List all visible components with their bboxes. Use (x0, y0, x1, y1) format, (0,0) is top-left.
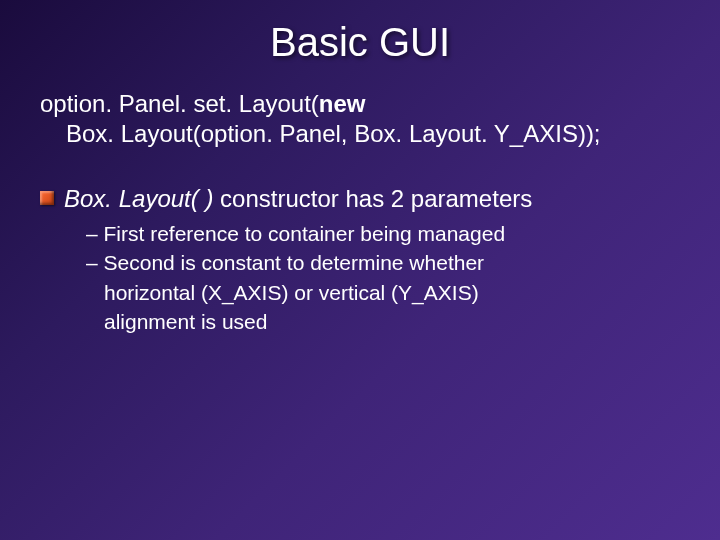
bullet-rest: constructor has 2 parameters (213, 185, 532, 212)
sub-item-2a: – Second is constant to determine whethe… (86, 249, 680, 276)
sub-item-2c: alignment is used (86, 308, 680, 335)
bullet-text: Box. Layout( ) constructor has 2 paramet… (64, 183, 532, 214)
code-text: option. Panel. set. Layout( (40, 90, 319, 117)
bullet-italic: Box. Layout( ) (64, 185, 213, 212)
sub-item-1: – First reference to container being man… (86, 220, 680, 247)
sub-list: – First reference to container being man… (0, 220, 720, 335)
sub-item-2b: horizontal (X_AXIS) or vertical (Y_AXIS) (86, 279, 680, 306)
square-bullet-icon (40, 191, 54, 205)
slide: Basic GUI option. Panel. set. Layout(new… (0, 0, 720, 540)
code-example: option. Panel. set. Layout(new Box. Layo… (0, 89, 720, 149)
code-line-1: option. Panel. set. Layout(new (40, 89, 700, 119)
slide-title: Basic GUI (0, 0, 720, 89)
code-line-2: Box. Layout(option. Panel, Box. Layout. … (40, 119, 700, 149)
keyword-new: new (319, 90, 366, 117)
bullet-item: Box. Layout( ) constructor has 2 paramet… (0, 183, 720, 214)
